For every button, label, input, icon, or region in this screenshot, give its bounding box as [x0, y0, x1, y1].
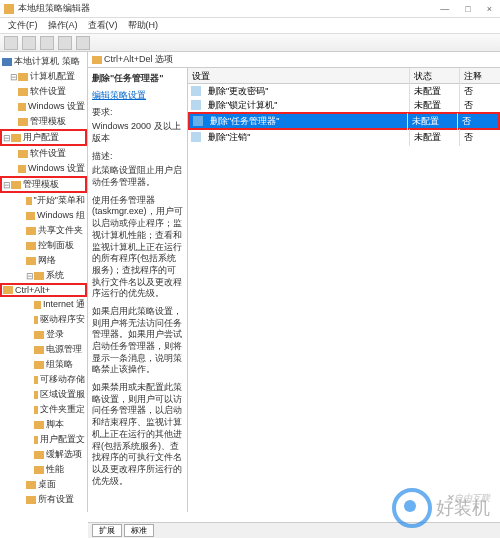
- tree-item[interactable]: 共享文件夹: [0, 223, 87, 238]
- folder-icon: [34, 346, 44, 354]
- tree-admin-templates[interactable]: ⊟管理模板: [0, 176, 87, 193]
- minimize-button[interactable]: —: [436, 4, 453, 14]
- tree-panel: 本地计算机 策略 ⊟计算机配置 软件设置 Windows 设置 管理模板 ⊟用户…: [0, 52, 88, 512]
- titlebar: 本地组策略编辑器 — □ ×: [0, 0, 500, 18]
- folder-icon: [34, 272, 44, 280]
- window-title: 本地组策略编辑器: [18, 2, 436, 15]
- tab-extended[interactable]: 扩展: [92, 524, 122, 537]
- folder-icon: [34, 391, 38, 399]
- tree-computer-config[interactable]: ⊟计算机配置: [0, 69, 87, 84]
- tree-item[interactable]: 登录: [0, 327, 87, 342]
- folder-icon: [11, 181, 21, 189]
- tree-item[interactable]: 可移动存储: [0, 372, 87, 387]
- menu-view[interactable]: 查看(V): [84, 19, 122, 32]
- tree-user-config[interactable]: ⊟用户配置: [0, 129, 87, 146]
- menu-file[interactable]: 文件(F): [4, 19, 42, 32]
- list-row-selected[interactable]: 删除"任务管理器" 未配置 否: [190, 114, 498, 128]
- folder-icon: [26, 227, 36, 235]
- col-comment[interactable]: 注释: [460, 68, 500, 83]
- tree-item[interactable]: 电源管理: [0, 342, 87, 357]
- folder-icon: [3, 286, 13, 294]
- tree-item[interactable]: Windows 设置: [0, 161, 87, 176]
- up-button[interactable]: [40, 36, 54, 50]
- folder-icon: [11, 134, 21, 142]
- tab-standard[interactable]: 标准: [124, 524, 154, 537]
- tree-item[interactable]: 管理模板: [0, 114, 87, 129]
- tree-item[interactable]: 所有设置: [0, 492, 87, 507]
- description-text: 此策略设置阻止用户启动任务管理器。: [92, 165, 183, 188]
- menu-help[interactable]: 帮助(H): [124, 19, 163, 32]
- tree-item[interactable]: 桌面: [0, 477, 87, 492]
- description-text: 如果禁用或未配置此策略设置，则用户可以访问任务管理器，以启动和结束程序、监视计算…: [92, 382, 183, 487]
- col-state[interactable]: 状态: [410, 68, 460, 83]
- detail-pane: 删除"任务管理器" 编辑策略设置 要求: Windows 2000 及以上版本 …: [88, 68, 188, 512]
- menubar: 文件(F) 操作(A) 查看(V) 帮助(H): [0, 18, 500, 34]
- tree-item[interactable]: 软件设置: [0, 146, 87, 161]
- tree-item[interactable]: ⊟系统: [0, 268, 87, 283]
- maximize-button[interactable]: □: [461, 4, 474, 14]
- folder-icon: [26, 481, 36, 489]
- folder-icon: [18, 165, 26, 173]
- folder-icon: [18, 88, 28, 96]
- content-panel: Ctrl+Alt+Del 选项 删除"任务管理器" 编辑策略设置 要求: Win…: [88, 52, 500, 512]
- content-body: 删除"任务管理器" 编辑策略设置 要求: Windows 2000 及以上版本 …: [88, 68, 500, 512]
- computer-icon: [2, 58, 12, 66]
- tree-item[interactable]: 驱动程序安: [0, 312, 87, 327]
- description-text: 如果启用此策略设置，则用户将无法访问任务管理器。如果用户尝试启动任务管理器，则将…: [92, 306, 183, 376]
- folder-icon: [34, 301, 41, 309]
- forward-button[interactable]: [22, 36, 36, 50]
- folder-icon: [26, 242, 36, 250]
- detail-title: 删除"任务管理器": [92, 72, 183, 85]
- tree-item[interactable]: Windows 组: [0, 208, 87, 223]
- setting-icon: [191, 100, 201, 110]
- highlighted-row: 删除"任务管理器" 未配置 否: [188, 112, 500, 130]
- tree-item[interactable]: 用户配置文: [0, 432, 87, 447]
- description-text: 使用任务管理器(taskmgr.exe)，用户可以启动或停止程序；监视计算机性能…: [92, 195, 183, 300]
- tree-root[interactable]: 本地计算机 策略: [0, 54, 87, 69]
- folder-icon: [18, 73, 28, 81]
- list-row[interactable]: 删除"注销" 未配置 否: [188, 130, 500, 144]
- tree-ctrl-alt-del[interactable]: Ctrl+Alt+: [0, 283, 87, 297]
- folder-icon: [34, 406, 38, 414]
- setting-icon: [193, 116, 203, 126]
- setting-icon: [191, 132, 201, 142]
- tree-item[interactable]: Windows 设置: [0, 99, 87, 114]
- tree-item[interactable]: 组策略: [0, 357, 87, 372]
- expand-icon: ⊟: [10, 72, 18, 82]
- back-button[interactable]: [4, 36, 18, 50]
- refresh-button[interactable]: [58, 36, 72, 50]
- menu-action[interactable]: 操作(A): [44, 19, 82, 32]
- folder-icon: [34, 376, 38, 384]
- tree-item[interactable]: 网络: [0, 253, 87, 268]
- edit-policy-link[interactable]: 编辑策略设置: [92, 89, 183, 102]
- folder-icon: [18, 150, 28, 158]
- main-area: 本地计算机 策略 ⊟计算机配置 软件设置 Windows 设置 管理模板 ⊟用户…: [0, 52, 500, 512]
- tree-item[interactable]: 软件设置: [0, 84, 87, 99]
- window-controls: — □ ×: [436, 4, 496, 14]
- list-row[interactable]: 删除"锁定计算机" 未配置 否: [188, 98, 500, 112]
- tree-item[interactable]: 缓解选项: [0, 447, 87, 462]
- requirement-value: Windows 2000 及以上版本: [92, 121, 183, 144]
- tree-item[interactable]: 文件夹重定: [0, 402, 87, 417]
- expand-icon: ⊟: [26, 271, 34, 281]
- list-pane: 设置 状态 注释 删除"更改密码" 未配置 否 删除"锁定计算机" 未配置 否: [188, 68, 500, 512]
- tree-item[interactable]: 性能: [0, 462, 87, 477]
- tree-item[interactable]: 控制面板: [0, 238, 87, 253]
- description-label: 描述:: [92, 150, 183, 163]
- statusbar: 扩展 标准: [88, 522, 500, 538]
- folder-icon: [18, 118, 28, 126]
- tree-item[interactable]: Internet 通: [0, 297, 87, 312]
- folder-icon: [26, 197, 32, 205]
- folder-icon: [34, 316, 38, 324]
- expand-icon: ⊟: [3, 133, 11, 143]
- close-button[interactable]: ×: [483, 4, 496, 14]
- col-setting[interactable]: 设置: [188, 68, 410, 83]
- tree-item[interactable]: "开始"菜单和: [0, 193, 87, 208]
- breadcrumb: Ctrl+Alt+Del 选项: [88, 52, 500, 68]
- tree-item[interactable]: 区域设置服: [0, 387, 87, 402]
- folder-icon: [34, 451, 44, 459]
- help-button[interactable]: [76, 36, 90, 50]
- tree-item[interactable]: 脚本: [0, 417, 87, 432]
- setting-icon: [191, 86, 201, 96]
- app-icon: [4, 4, 14, 14]
